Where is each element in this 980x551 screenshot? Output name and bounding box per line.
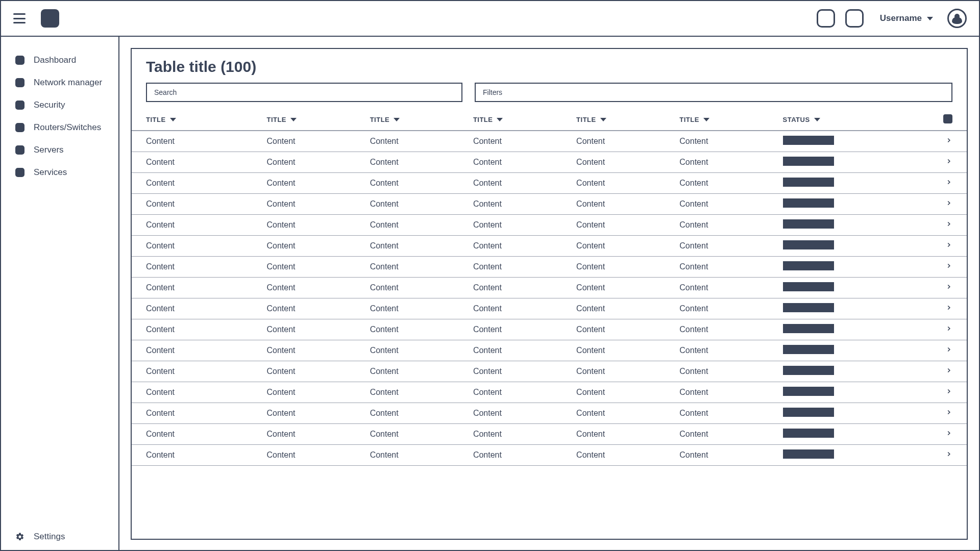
table-cell: Content [675, 340, 778, 361]
table-cell: Content [675, 152, 778, 173]
row-expand[interactable] [939, 257, 967, 278]
row-expand[interactable] [939, 194, 967, 215]
table-cell: Content [675, 215, 778, 236]
column-header[interactable]: TITLE [469, 109, 572, 131]
row-expand[interactable] [939, 236, 967, 257]
menu-icon[interactable] [13, 13, 26, 23]
table-cell: Content [262, 340, 365, 361]
sidebar-item-label: Security [34, 100, 65, 110]
table-row[interactable]: ContentContentContentContentContentConte… [132, 152, 967, 173]
status-cell [779, 152, 939, 173]
column-header-action[interactable] [939, 109, 967, 131]
status-badge [783, 157, 834, 166]
table-cell: Content [675, 424, 778, 445]
table-row[interactable]: ContentContentContentContentContentConte… [132, 424, 967, 445]
sidebar-item-label: Settings [34, 532, 65, 542]
table-row[interactable]: ContentContentContentContentContentConte… [132, 382, 967, 403]
sidebar-item-services[interactable]: Services [1, 161, 118, 184]
sidebar-item-label: Dashboard [34, 55, 76, 65]
table-cell: Content [262, 194, 365, 215]
square-icon [15, 56, 24, 65]
status-cell [779, 382, 939, 403]
table-cell: Content [366, 319, 469, 340]
row-expand[interactable] [939, 445, 967, 466]
row-expand[interactable] [939, 215, 967, 236]
main-area: Table title (100) Search Filters TITLE T… [119, 37, 979, 551]
table-cell: Content [675, 298, 778, 319]
avatar-icon [952, 17, 962, 24]
column-header[interactable]: TITLE [572, 109, 675, 131]
table-row[interactable]: ContentContentContentContentContentConte… [132, 340, 967, 361]
row-expand[interactable] [939, 319, 967, 340]
sort-icon [703, 118, 709, 121]
sidebar-item-dashboard[interactable]: Dashboard [1, 49, 118, 71]
table-cell: Content [262, 403, 365, 424]
column-header[interactable]: TITLE [262, 109, 365, 131]
row-expand[interactable] [939, 278, 967, 298]
table-cell: Content [366, 215, 469, 236]
table-cell: Content [675, 131, 778, 152]
sidebar-item-servers[interactable]: Servers [1, 139, 118, 161]
row-expand[interactable] [939, 298, 967, 319]
chevron-right-icon [945, 430, 952, 438]
table-cell: Content [366, 403, 469, 424]
table-cell: Content [262, 361, 365, 382]
column-header[interactable]: TITLE [132, 109, 262, 131]
status-badge [783, 345, 834, 354]
top-bar: Username [1, 1, 979, 37]
row-expand[interactable] [939, 131, 967, 152]
table-row[interactable]: ContentContentContentContentContentConte… [132, 445, 967, 466]
table-row[interactable]: ContentContentContentContentContentConte… [132, 236, 967, 257]
chevron-right-icon [945, 179, 952, 187]
topbar-action-2[interactable] [845, 9, 864, 28]
table-row[interactable]: ContentContentContentContentContentConte… [132, 361, 967, 382]
chevron-right-icon [945, 158, 952, 166]
filters-placeholder: Filters [483, 88, 502, 96]
column-header[interactable]: TITLE [366, 109, 469, 131]
table-cell: Content [572, 298, 675, 319]
row-expand[interactable] [939, 152, 967, 173]
search-input[interactable]: Search [146, 83, 462, 102]
sidebar-item-routers-switches[interactable]: Routers/Switches [1, 116, 118, 139]
sidebar-item-security[interactable]: Security [1, 94, 118, 116]
filters-input[interactable]: Filters [475, 83, 952, 102]
column-header-status[interactable]: STATUS [779, 109, 939, 131]
square-icon [15, 145, 24, 155]
table-cell: Content [572, 424, 675, 445]
row-expand[interactable] [939, 403, 967, 424]
sort-icon [290, 118, 297, 121]
table-row[interactable]: ContentContentContentContentContentConte… [132, 194, 967, 215]
table-cell: Content [469, 278, 572, 298]
table-cell: Content [262, 445, 365, 466]
status-badge [783, 408, 834, 417]
row-expand[interactable] [939, 361, 967, 382]
row-expand[interactable] [939, 340, 967, 361]
row-expand[interactable] [939, 424, 967, 445]
table-row[interactable]: ContentContentContentContentContentConte… [132, 215, 967, 236]
table-cell: Content [675, 403, 778, 424]
sidebar-item-settings[interactable]: Settings [1, 522, 118, 551]
status-badge [783, 282, 834, 291]
status-badge [783, 303, 834, 312]
table-row[interactable]: ContentContentContentContentContentConte… [132, 173, 967, 194]
table-row[interactable]: ContentContentContentContentContentConte… [132, 257, 967, 278]
topbar-action-1[interactable] [817, 9, 835, 28]
row-expand[interactable] [939, 382, 967, 403]
table-cell: Content [572, 403, 675, 424]
row-expand[interactable] [939, 173, 967, 194]
avatar[interactable] [947, 9, 967, 28]
table-cell: Content [469, 236, 572, 257]
table-row[interactable]: ContentContentContentContentContentConte… [132, 298, 967, 319]
sidebar-item-network-manager[interactable]: Network manager [1, 71, 118, 94]
table-cell: Content [366, 382, 469, 403]
table-row[interactable]: ContentContentContentContentContentConte… [132, 278, 967, 298]
table-row[interactable]: ContentContentContentContentContentConte… [132, 319, 967, 340]
chevron-right-icon [945, 304, 952, 313]
table-row[interactable]: ContentContentContentContentContentConte… [132, 131, 967, 152]
table-row[interactable]: ContentContentContentContentContentConte… [132, 403, 967, 424]
sort-icon [600, 118, 606, 121]
chevron-right-icon [945, 283, 952, 292]
column-header[interactable]: TITLE [675, 109, 778, 131]
app-logo[interactable] [41, 9, 59, 28]
user-menu[interactable]: Username [880, 13, 933, 23]
